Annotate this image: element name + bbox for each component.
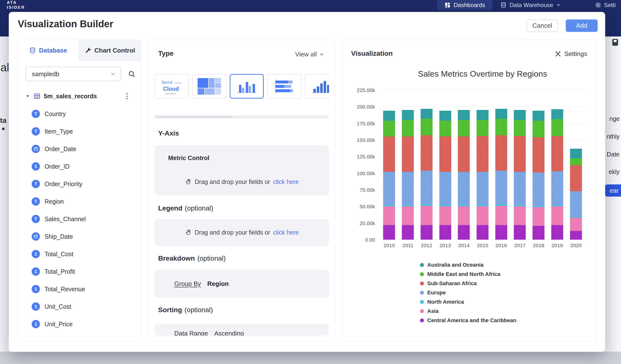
chart-y-labels: 225.00k200.00k175.00k150.00k125.00k100.0…	[347, 90, 375, 240]
field-row-region[interactable]: TRegion	[28, 193, 136, 210]
add-button[interactable]: Add	[566, 19, 598, 32]
x-axis-tick-label: 2014	[455, 243, 473, 248]
field-label: Country	[45, 110, 66, 118]
field-label: Order_Priority	[45, 181, 83, 188]
wordcloud-word: Nord	[162, 80, 172, 85]
legend-heading: Legend(optional)	[158, 204, 213, 212]
more-options-icon[interactable]: ⋮	[123, 92, 131, 100]
group-by-link[interactable]: Group By	[174, 280, 201, 288]
search-icon[interactable]	[126, 69, 137, 79]
field-row-item_type[interactable]: TItem_Type	[28, 123, 136, 140]
database-icon	[500, 2, 507, 8]
field-type-date-icon	[32, 232, 40, 241]
chart-type-horizontal-bar[interactable]	[267, 74, 301, 99]
background-bullet-fragment	[2, 127, 5, 130]
legend-dropzone[interactable]: Drag and drop your fields or click here	[155, 219, 329, 246]
field-label: Order_Date	[45, 145, 76, 153]
type-list-scrollbar-thumb[interactable]	[155, 116, 233, 118]
x-axis-tick-label: 2015	[473, 243, 492, 248]
breakdown-optional-label: (optional)	[197, 255, 226, 262]
field-label: Unit_Cost	[45, 303, 71, 310]
legend-item[interactable]: Asia	[420, 307, 516, 316]
nav-dashboards-label: Dashboards	[454, 2, 485, 9]
background-text-fragment: ta	[0, 116, 7, 124]
cancel-button[interactable]: Cancel	[527, 19, 558, 32]
viz-settings-button[interactable]: Settings	[554, 50, 587, 58]
table-tree-item[interactable]: 5m_sales_records ⋮	[18, 90, 141, 102]
bar-segment	[514, 172, 526, 205]
bar-segment	[383, 137, 395, 172]
tab-database[interactable]: Database	[18, 40, 79, 61]
background-save-icon-fragment	[612, 39, 618, 46]
field-row-ship_date[interactable]: Ship_Date	[28, 228, 136, 245]
bar-segment	[439, 225, 451, 240]
tab-chart-control[interactable]: Chart Control	[79, 40, 141, 61]
bar-segment	[570, 165, 582, 191]
breakdown-dropzone[interactable]: Group By Region	[155, 270, 329, 297]
legend-item[interactable]: North America	[420, 297, 516, 307]
chart-type-panel: Type View all Nord Cloud	[148, 40, 335, 341]
view-all-button[interactable]: View all	[295, 51, 324, 58]
field-type-text-icon: T	[32, 215, 40, 223]
bar-segment	[458, 137, 470, 172]
legend-item[interactable]: Middle East and North Africa	[420, 270, 516, 279]
metric-control-title: Metric Control	[168, 155, 209, 162]
chart-legend: Australia and OceaniaMiddle East and Nor…	[420, 260, 516, 325]
chart-type-treemap[interactable]	[192, 74, 226, 99]
field-type-number-icon: 1	[32, 320, 40, 328]
field-row-order_priority[interactable]: TOrder_Priority	[28, 175, 136, 193]
bar-segment	[383, 206, 395, 225]
field-row-total_profit[interactable]: 1Total_Profit	[28, 263, 136, 280]
metric-control-dropzone[interactable]: Metric Control Drag and drop your fields…	[155, 145, 329, 195]
bar-segment	[533, 226, 545, 240]
field-row-total_cost[interactable]: 1Total_Cost	[28, 245, 136, 263]
field-row-order_id[interactable]: 1Order_ID	[28, 158, 136, 175]
field-row-unit_cost[interactable]: 1Unit_Cost	[28, 298, 136, 315]
x-axis-tick-label: 2020	[567, 243, 585, 248]
database-select[interactable]: sampledb	[26, 67, 121, 81]
bar-segment	[495, 135, 507, 171]
bar-segment	[514, 110, 526, 120]
bar-segment	[476, 120, 488, 136]
chart-type-histogram[interactable]	[305, 74, 329, 99]
field-row-unit_price[interactable]: 1Unit_Price	[28, 315, 136, 333]
sorting-field-link[interactable]: Data Range	[174, 330, 208, 335]
bar-2017	[511, 90, 529, 240]
background-option-fragment: ekly	[609, 168, 620, 175]
bar-2011	[398, 90, 417, 240]
nav-settings-button[interactable]: Setti	[595, 0, 616, 10]
chart-type-stacked-bar-selected[interactable]	[230, 74, 264, 99]
field-label: Region	[45, 198, 64, 205]
type-list-scrollbar[interactable]	[155, 115, 329, 119]
bar-segment	[458, 110, 470, 120]
legend-item[interactable]: Sub-Saharan Africa	[420, 279, 516, 288]
bar-segment	[551, 225, 563, 240]
field-row-sales_channel[interactable]: TSales_Channel	[28, 210, 136, 228]
legend-item[interactable]: Europe	[420, 288, 516, 297]
bar-segment	[533, 121, 545, 137]
metric-click-here-link[interactable]: click here	[273, 178, 299, 185]
field-row-country[interactable]: TCountry	[28, 105, 136, 123]
sorting-row[interactable]: Data Range Ascending	[155, 324, 329, 335]
legend-optional-label: (optional)	[185, 204, 213, 212]
legend-label: Australia and Oceania	[427, 262, 483, 268]
legend-label: Middle East and North Africa	[427, 271, 500, 277]
field-row-total_revenue[interactable]: 1Total_Revenue	[28, 280, 136, 298]
nav-dashboards-button[interactable]: Dashboards	[437, 0, 493, 10]
sorting-heading-label: Sorting	[158, 306, 182, 314]
bar-segment	[476, 206, 488, 225]
chart-type-wordcloud[interactable]: Nord Cloud	[155, 74, 189, 99]
legend-item[interactable]: Central America and the Caribbean	[420, 316, 516, 325]
app-logo-line1: ATA	[7, 0, 25, 5]
bar-segment	[420, 225, 432, 240]
sorting-direction: Ascending	[214, 330, 244, 335]
modal-title: Visualization Builder	[18, 18, 113, 29]
field-row-order_date[interactable]: Order_Date	[28, 140, 136, 158]
legend-click-here-link[interactable]: click here	[273, 229, 299, 236]
bar-2010	[380, 90, 398, 240]
nav-data-warehouse-button[interactable]: Data Warehouse	[500, 0, 561, 10]
bar-segment	[570, 149, 582, 159]
field-label: Item_Type	[45, 128, 73, 135]
bar-segment	[420, 119, 432, 135]
legend-item[interactable]: Australia and Oceania	[420, 260, 516, 270]
